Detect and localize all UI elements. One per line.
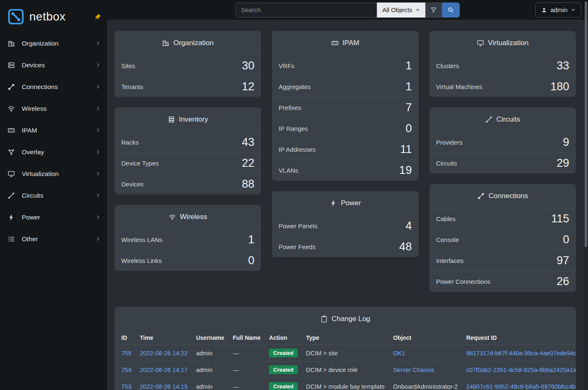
stat-value[interactable]: 30 (242, 60, 254, 71)
changelog-request-link[interactable]: 9817317d-b67f-440a-99ca-4ae07ede94df (466, 350, 576, 357)
changelog-object-link[interactable]: Server Chassis (393, 367, 434, 373)
changelog-request-link[interactable]: 24807c61-9952-49c6-b8a5-69760bfcc4b3 (466, 383, 576, 390)
sidebar-item-label: IPAM (22, 127, 37, 134)
stat-label: Device Types (121, 160, 159, 167)
brand: netbox (0, 0, 107, 33)
stat-label: Aggregates (279, 83, 311, 90)
pin-icon[interactable] (95, 13, 101, 20)
stat-value[interactable]: 97 (557, 255, 569, 266)
stat-row: IP Ranges 0 (272, 118, 418, 139)
changelog-type: DCIM > module bay template (306, 383, 385, 390)
sidebar-item-connections[interactable]: Connections (0, 76, 107, 98)
stat-row: Wireless Links 0 (115, 250, 261, 271)
stat-label: Interfaces (436, 257, 464, 264)
graph-icon (8, 148, 16, 156)
user-menu-button[interactable]: admin (535, 3, 581, 18)
virtualization-card: Virtualization Clusters 33 Virtual Machi… (429, 31, 576, 97)
stat-value[interactable]: 4 (406, 220, 412, 232)
chevron-right-icon (95, 214, 101, 220)
sidebar-item-devices[interactable]: Devices (0, 54, 107, 76)
stat-value[interactable]: 0 (563, 234, 569, 245)
stat-value[interactable]: 12 (242, 81, 254, 92)
sidebar-item-label: Other (22, 235, 38, 243)
stat-row: Devices 88 (115, 173, 261, 194)
netbox-logo-icon[interactable] (7, 8, 25, 26)
stat-value[interactable]: 19 (399, 165, 412, 176)
changelog-full-name: — (233, 350, 239, 357)
card-title: Organization (115, 31, 261, 55)
stat-label: IP Addresses (279, 146, 315, 153)
stat-row: Power Connections 26 (429, 271, 576, 292)
stat-value[interactable]: 33 (557, 60, 569, 71)
table-row: 753 2022-08-26 14:15 admin — Created DCI… (117, 378, 576, 390)
stat-label: Power Feeds (279, 243, 315, 250)
changelog-id-link[interactable]: 753 (121, 383, 131, 390)
scrollbar-thumb[interactable] (585, 1, 587, 247)
stat-label: Tenants (121, 83, 143, 90)
stat-value[interactable]: 115 (551, 213, 569, 224)
stat-row: Cables 115 (429, 208, 576, 229)
stat-value[interactable]: 0 (406, 123, 412, 134)
stat-label: Racks (121, 139, 139, 146)
stat-value[interactable]: 29 (557, 158, 569, 169)
flash-icon (8, 213, 16, 222)
stat-value[interactable]: 26 (557, 276, 569, 287)
scrollbar[interactable] (584, 0, 588, 390)
sidebar-item-circuits[interactable]: Circuits (0, 185, 107, 206)
col-action: Action (265, 331, 302, 345)
sidebar-item-label: Overlay (22, 148, 44, 156)
changelog-time-link[interactable]: 2022-08-26 14:22 (140, 350, 188, 357)
stat-value[interactable]: 1 (248, 234, 254, 245)
sidebar-item-power[interactable]: Power (0, 206, 107, 228)
brand-name[interactable]: netbox (29, 10, 66, 23)
stat-value[interactable]: 11 (400, 144, 412, 155)
stat-value[interactable]: 22 (242, 158, 254, 169)
monitor-icon (8, 170, 16, 178)
changelog-id-link[interactable]: 754 (121, 367, 131, 373)
stat-label: IP Ranges (279, 125, 308, 132)
stat-row: Clusters 33 (429, 55, 576, 76)
changelog-username: admin (196, 350, 213, 357)
object-scope-button[interactable]: All Objects (377, 3, 425, 18)
search-input[interactable] (235, 3, 377, 18)
stat-label: Virtual Machines (436, 83, 483, 90)
sidebar-item-organization[interactable]: Organization (0, 33, 107, 54)
sidebar-item-ipam[interactable]: IPAM (0, 120, 107, 141)
stat-value[interactable]: 1 (406, 81, 412, 92)
stat-row: Device Types 22 (115, 153, 261, 173)
sidebar-item-label: Organization (22, 40, 59, 47)
changelog-time-link[interactable]: 2022-08-26 14:17 (140, 367, 188, 373)
sidebar-item-other[interactable]: Other (0, 228, 107, 250)
stat-label: Console (436, 236, 459, 243)
sidebar-item-label: Wireless (22, 105, 46, 112)
stat-value[interactable]: 7 (406, 102, 412, 113)
stat-value[interactable]: 43 (242, 137, 254, 148)
col-time: Time (135, 331, 192, 345)
dashboard: Organization Sites 30 Tenants 12 (107, 20, 588, 390)
connections-card: Connections Cables 115 Console 0 Interfa… (429, 184, 576, 292)
sidebar-item-overlay[interactable]: Overlay (0, 141, 107, 163)
caret-down-icon (415, 8, 420, 12)
stat-value[interactable]: 48 (399, 241, 412, 252)
filter-button[interactable] (425, 3, 442, 18)
stat-value[interactable]: 88 (242, 178, 254, 190)
changelog-request-link[interactable]: c07f0ab2-2351-4c58-825a-8b6a2425a1ab (466, 367, 576, 373)
search-submit-button[interactable] (442, 3, 460, 18)
stat-value[interactable]: 0 (248, 255, 254, 266)
stat-value[interactable]: 1 (406, 60, 412, 71)
stat-value[interactable]: 9 (563, 137, 569, 148)
sidebar-item-label: Connections (22, 83, 58, 91)
card-title: Connections (429, 184, 576, 208)
stat-value[interactable]: 180 (550, 81, 569, 92)
card-title: Virtualization (429, 31, 576, 55)
sidebar-item-label: Power (22, 214, 40, 221)
stat-row: Prefixes 7 (272, 97, 418, 118)
sidebar-item-wireless[interactable]: Wireless (0, 98, 107, 120)
changelog-time-link[interactable]: 2022-08-26 14:15 (140, 383, 188, 390)
sidebar-item-virtualization[interactable]: Virtualization (0, 163, 107, 185)
stack-icon (168, 116, 175, 123)
changelog-object-link[interactable]: OK1 (393, 350, 405, 357)
stat-label: Power Panels (279, 222, 317, 229)
changelog-id-link[interactable]: 755 (121, 350, 131, 357)
table-row: 755 2022-08-26 14:22 admin — Created DCI… (117, 345, 576, 362)
